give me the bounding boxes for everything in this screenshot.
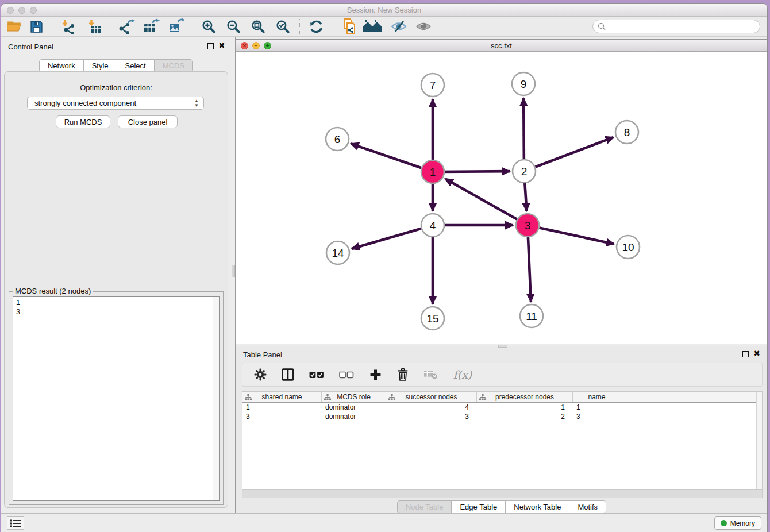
node-table: shared name MCDS role successor nodes pr… (242, 391, 763, 490)
zoom-in-icon[interactable] (199, 18, 218, 35)
table-scrollbar[interactable] (756, 392, 762, 489)
export-table-icon[interactable] (141, 18, 161, 35)
cell-successor-nodes[interactable]: 4 (386, 403, 477, 412)
table-panel: Table Panel ✖ (236, 346, 767, 513)
tab-node-table[interactable]: Node Table (397, 500, 452, 514)
dropdown-stepper-icon: ▲▼ (194, 99, 199, 107)
table-tabs: Node Table Edge Table Network Table Moti… (236, 500, 767, 514)
export-network-icon[interactable] (117, 18, 136, 35)
table-row[interactable]: 3 dominator 3 2 3 (242, 412, 762, 421)
open-session-icon[interactable] (5, 18, 24, 35)
graph-edge-1-6[interactable] (351, 144, 433, 172)
fx-label: f(x) (453, 368, 472, 381)
vertical-splitter[interactable] (231, 37, 236, 513)
run-mcds-button[interactable]: Run MCDS (56, 115, 110, 128)
tab-edge-table[interactable]: Edge Table (451, 500, 505, 514)
tab-style[interactable]: Style (83, 59, 117, 72)
tab-mcds[interactable]: MCDS (154, 59, 193, 72)
import-table-icon[interactable] (85, 18, 105, 35)
network-canvas[interactable]: 7968124314101511 (236, 52, 767, 344)
network-graph[interactable]: 7968124314101511 (236, 52, 768, 344)
float-table-panel-icon[interactable] (742, 351, 749, 357)
cell-mcds-role[interactable]: dominator (322, 412, 386, 421)
graph-node-label: 15 (426, 313, 438, 325)
cell-shared-name[interactable]: 1 (242, 403, 322, 412)
duplicate-network-icon[interactable] (340, 18, 359, 35)
delete-table-icon (423, 367, 438, 382)
export-image-icon[interactable] (167, 18, 186, 35)
cell-predecessor-nodes[interactable]: 2 (477, 412, 573, 421)
column-header-name[interactable]: name (573, 392, 621, 402)
hierarchy-icon (324, 394, 331, 400)
cell-successor-nodes[interactable]: 3 (386, 412, 477, 421)
table-header-row: shared name MCDS role successor nodes pr… (242, 392, 762, 403)
horizontal-splitter-grip[interactable] (498, 345, 507, 348)
save-session-icon[interactable] (26, 18, 46, 35)
zoom-fit-icon[interactable] (248, 18, 268, 35)
float-panel-icon[interactable] (207, 43, 214, 49)
result-scrollbar[interactable] (213, 297, 219, 500)
create-column-plus-icon[interactable] (368, 367, 383, 382)
network-window-title: scc.txt (236, 41, 767, 50)
main-toolbar (1, 17, 767, 37)
import-network-icon[interactable] (59, 18, 78, 35)
first-neighbors-icon[interactable] (363, 18, 382, 35)
hide-selected-icon[interactable] (389, 18, 409, 35)
search-input[interactable] (606, 21, 760, 32)
close-panel-icon[interactable]: ✖ (218, 41, 225, 49)
table-footer-strip (242, 490, 763, 498)
mcds-result-text[interactable]: 1 3 (13, 296, 220, 501)
column-header-shared-name[interactable]: shared name (242, 392, 322, 402)
memory-button[interactable]: Memory (714, 516, 761, 530)
zoom-out-icon[interactable] (224, 18, 243, 35)
tab-motifs[interactable]: Motifs (569, 500, 606, 514)
criterion-value: strongly connected component (34, 99, 136, 107)
cell-shared-name[interactable]: 3 (242, 412, 322, 421)
tab-network[interactable]: Network (39, 59, 83, 72)
application-window: Session: New Session (1, 3, 768, 532)
column-header-mcds-role[interactable]: MCDS role (322, 392, 386, 402)
cell-predecessor-nodes[interactable]: 1 (477, 403, 573, 412)
column-header-successor-nodes[interactable]: successor nodes (386, 392, 477, 402)
graph-node-label: 14 (332, 247, 344, 259)
mcds-result-group: MCDS result (2 nodes) 1 3 (9, 291, 224, 505)
show-column-panel-icon[interactable] (280, 367, 295, 382)
graph-node-label: 6 (334, 133, 341, 145)
optimization-criterion-label: Optimization criterion: (5, 83, 228, 92)
criterion-dropdown[interactable]: strongly connected component ▲▼ (27, 97, 204, 110)
table-settings-gear-icon[interactable] (253, 367, 268, 382)
task-list-button[interactable] (7, 516, 24, 530)
hierarchy-icon (388, 394, 395, 400)
cell-name[interactable]: 1 (573, 403, 621, 412)
cell-mcds-role[interactable]: dominator (322, 403, 386, 412)
cell-name[interactable]: 3 (573, 412, 621, 421)
memory-label: Memory (730, 519, 755, 527)
tab-network-table[interactable]: Network Table (505, 500, 569, 514)
graph-edge-4-14[interactable] (352, 225, 433, 249)
window-title: Session: New Session (1, 6, 767, 14)
graph-edge-3-10[interactable] (528, 225, 614, 244)
hierarchy-icon (245, 394, 252, 400)
vertical-splitter-grip[interactable] (232, 265, 235, 277)
table-panel-title: Table Panel (243, 350, 282, 359)
graph-node-label: 4 (430, 219, 436, 232)
column-label: name (588, 393, 605, 401)
graph-edge-3-1[interactable] (445, 179, 528, 225)
graph-edge-2-8[interactable] (524, 137, 614, 171)
table-row[interactable]: 1 dominator 4 1 1 (242, 403, 762, 412)
close-table-panel-icon[interactable]: ✖ (753, 349, 760, 357)
search-field[interactable] (592, 20, 760, 33)
graph-node-label: 10 (622, 241, 634, 253)
delete-column-trash-icon[interactable] (395, 367, 410, 382)
refresh-icon[interactable] (306, 18, 326, 35)
unselect-all-columns-icon[interactable] (338, 367, 355, 382)
status-bar: Memory (1, 513, 767, 532)
zoom-selected-icon[interactable] (273, 18, 292, 35)
graph-node-label: 11 (526, 310, 537, 322)
column-label: successor nodes (405, 393, 457, 401)
column-header-predecessor-nodes[interactable]: predecessor nodes (477, 392, 573, 402)
select-all-columns-icon[interactable] (308, 367, 325, 382)
close-panel-button[interactable]: Close panel (118, 115, 178, 128)
tab-select[interactable]: Select (117, 59, 154, 72)
show-all-icon[interactable] (414, 18, 433, 35)
